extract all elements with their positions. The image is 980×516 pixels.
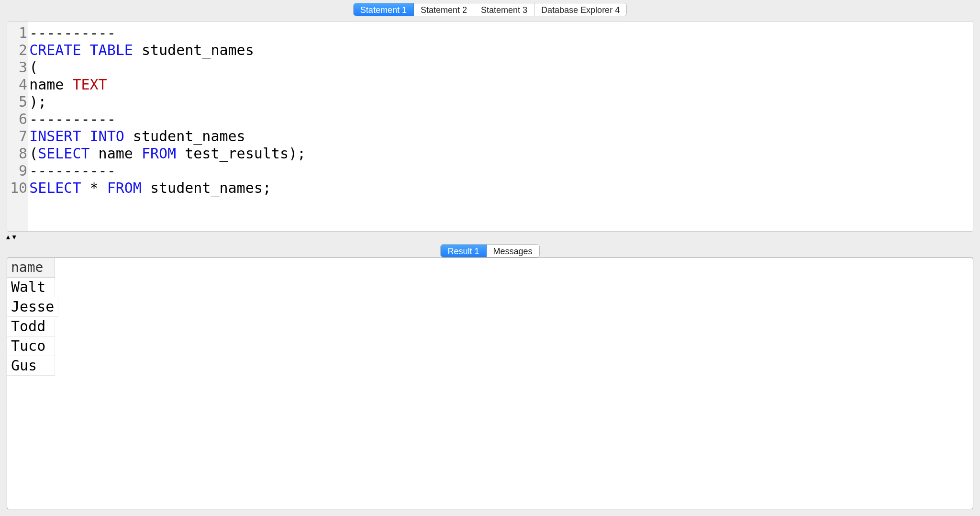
token-ident: student_names (133, 42, 254, 58)
code-line[interactable]: ---------- (29, 24, 968, 42)
line-number: 5 (10, 93, 27, 111)
result-row[interactable]: Walt (7, 278, 973, 297)
tab-label: Statement 3 (481, 5, 527, 15)
line-number: 8 (10, 145, 27, 162)
results-area: nameWaltJesseToddTucoGus (0, 258, 980, 516)
tab-label: Result 1 (447, 247, 479, 256)
token-kw: INSERT INTO (29, 128, 124, 145)
token-kw: CREATE TABLE (29, 42, 133, 58)
line-number: 4 (10, 76, 27, 93)
editor-code[interactable]: ----------CREATE TABLE student_names(nam… (28, 22, 973, 231)
code-line[interactable]: INSERT INTO student_names (29, 128, 968, 145)
splitter-up-icon: ▲ (5, 235, 11, 239)
result-cell[interactable]: Jesse (7, 297, 58, 317)
tab-label: Messages (493, 247, 533, 256)
top-tabbar-wrap: Statement 1Statement 2Statement 3Databas… (0, 0, 980, 16)
pane-splitter[interactable]: ▲▼ (0, 233, 980, 241)
line-number: 7 (10, 128, 27, 145)
code-line[interactable]: ); (29, 93, 968, 111)
bottom-tab[interactable]: Result 1 (441, 245, 486, 257)
code-line[interactable]: SELECT * FROM student_names; (29, 179, 968, 197)
token-ident: student_names (142, 179, 263, 196)
splitter-down-icon: ▼ (11, 235, 17, 239)
bottom-tab[interactable]: Messages (487, 245, 539, 257)
results-panel: nameWaltJesseToddTucoGus (7, 258, 973, 509)
token-kw: FROM (142, 145, 176, 162)
token-ident: name (29, 76, 72, 93)
line-number: 2 (10, 42, 27, 59)
token-kw: SELECT (38, 145, 89, 162)
code-line[interactable]: (SELECT name FROM test_results); (29, 145, 968, 162)
result-header-row: name (7, 258, 973, 278)
token-ident: ---------- (29, 162, 116, 179)
token-kw: SELECT (29, 179, 81, 196)
token-ident: ---------- (29, 111, 116, 127)
token-ident: ---------- (29, 24, 116, 41)
token-ident: test_results (176, 145, 289, 162)
tab-label: Statement 1 (360, 5, 407, 15)
token-ident: * (81, 179, 107, 196)
line-number: 3 (10, 59, 27, 76)
token-type: TEXT (72, 76, 107, 93)
code-line[interactable]: ( (29, 59, 968, 76)
result-cell[interactable]: Walt (7, 278, 55, 297)
top-tab[interactable]: Statement 3 (474, 3, 535, 16)
editor-gutter: 12345678910 (7, 22, 28, 231)
line-number: 1 (10, 24, 27, 42)
result-row[interactable]: Todd (7, 317, 973, 337)
line-number: 10 (10, 179, 27, 197)
bottom-tabbar: Result 1Messages (440, 244, 539, 258)
result-row[interactable]: Tuco (7, 337, 973, 356)
result-cell[interactable]: Tuco (7, 337, 55, 356)
result-cell[interactable]: Gus (7, 356, 55, 376)
tab-label: Statement 2 (421, 5, 467, 15)
tab-label: Database Explorer 4 (541, 5, 620, 15)
result-table: nameWaltJesseToddTucoGus (7, 258, 973, 376)
token-punc: ( (29, 145, 38, 162)
token-ident: student_names (124, 128, 245, 145)
top-tab[interactable]: Database Explorer 4 (535, 3, 626, 16)
token-punc: ; (263, 179, 271, 196)
line-number: 9 (10, 162, 27, 179)
result-cell[interactable]: Todd (7, 317, 55, 337)
app-root: Statement 1Statement 2Statement 3Databas… (0, 0, 980, 516)
code-line[interactable]: CREATE TABLE student_names (29, 42, 968, 59)
code-line[interactable]: ---------- (29, 162, 968, 179)
result-row[interactable]: Gus (7, 356, 973, 376)
token-kw: FROM (107, 179, 142, 196)
top-tab[interactable]: Statement 2 (414, 3, 474, 16)
token-punc: ); (29, 93, 46, 110)
token-ident: name (90, 145, 142, 162)
code-line[interactable]: ---------- (29, 111, 968, 128)
bottom-tabbar-wrap: Result 1Messages (0, 241, 980, 258)
result-header-cell[interactable]: name (7, 258, 55, 278)
line-number: 6 (10, 111, 27, 128)
top-tab[interactable]: Statement 1 (354, 3, 414, 16)
token-punc: ); (289, 145, 306, 162)
code-line[interactable]: name TEXT (29, 76, 968, 93)
token-punc: ( (29, 59, 38, 76)
sql-editor-panel: 12345678910 ----------CREATE TABLE stude… (7, 21, 973, 232)
result-row[interactable]: Jesse (7, 297, 973, 317)
top-tabbar: Statement 1Statement 2Statement 3Databas… (353, 3, 627, 16)
